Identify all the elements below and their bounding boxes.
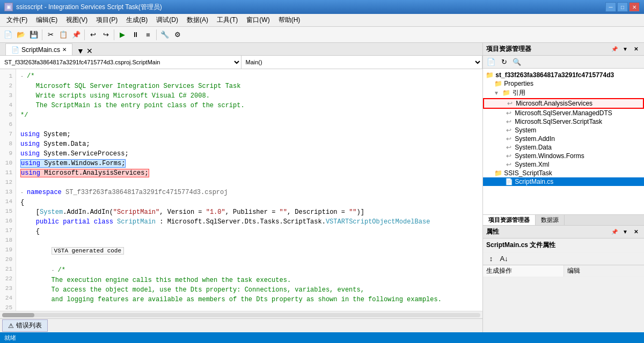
menu-bar: 文件(F) 编辑(E) 视图(V) 项目(P) 生成(B) 调试(D) 数据(A…: [0, 14, 644, 27]
se-tb1[interactable]: 📄: [485, 56, 497, 68]
props-row-build: 生成操作 编辑: [483, 265, 644, 277]
close-tab-button[interactable]: ✕: [86, 47, 93, 55]
title-bar: ▣ ssisscript - Integration Services Scri…: [0, 0, 644, 14]
tab-data-sources[interactable]: 数据源: [536, 215, 565, 225]
props-pin-button[interactable]: 📌: [610, 227, 619, 237]
tree-item-system[interactable]: ↩ System: [483, 126, 644, 135]
toolbar-run[interactable]: ▶: [116, 29, 128, 41]
toolbar-extra1[interactable]: 🔧: [159, 29, 171, 41]
editor-tab-scriptmain[interactable]: 📄 ScriptMain.cs ✕: [5, 43, 72, 55]
menu-tools[interactable]: 工具(T): [213, 14, 242, 26]
tree-label-properties: Properties: [504, 80, 533, 87]
horizontal-scrollbar[interactable]: [0, 311, 482, 318]
solution-explorer-title: 项目资源管理器: [486, 44, 531, 54]
se-tb2[interactable]: ↻: [498, 56, 510, 68]
toolbar-paste[interactable]: 📌: [70, 29, 82, 41]
toolbar-extra2[interactable]: ⚙: [172, 29, 184, 41]
toolbar-redo[interactable]: ↪: [100, 29, 112, 41]
panel-tab-bar: 项目资源管理器 数据源: [483, 214, 644, 225]
code-content[interactable]: -/* Microsoft SQL Server Integration Ser…: [16, 69, 482, 311]
ref-icon-analysis: ↩: [506, 100, 514, 107]
ref-icon-winforms: ↩: [504, 152, 513, 160]
tree-label-xml: System.Xml: [515, 161, 549, 168]
tree-item-analysis-services[interactable]: ↩ Microsoft.AnalysisServices: [483, 98, 644, 109]
tree-item-system-data[interactable]: ↩ System.Data: [483, 143, 644, 152]
window-controls[interactable]: ─ □ ✕: [605, 2, 640, 12]
panel-controls[interactable]: 📌 ▼ ✕: [610, 44, 641, 54]
properties-header: 属性 📌 ▼ ✕: [483, 226, 644, 238]
menu-project[interactable]: 项目(P): [92, 14, 122, 26]
toolbar-open[interactable]: 📂: [15, 29, 27, 41]
toolbar-pause[interactable]: ⏸: [129, 29, 141, 41]
tree-item-ssis-folder[interactable]: 📁 SSIS_ScriptTask: [483, 169, 644, 177]
tab-label: ScriptMain.cs: [21, 46, 60, 54]
maximize-button[interactable]: □: [617, 2, 628, 12]
editor-panel: 📄 ScriptMain.cs ✕ ▼ ✕ ST_f33f263fa386481…: [0, 43, 483, 332]
se-tb3[interactable]: 🔍: [511, 56, 523, 68]
tree-item-properties[interactable]: 📁 Properties: [483, 79, 644, 88]
main-toolbar: 📄 📂 💾 ✂ 📋 📌 ↩ ↪ ▶ ⏸ ■ 🔧 ⚙: [0, 27, 644, 43]
tree-root[interactable]: 📁 st_f33f263fa3864817a3291fc4715774d3: [483, 71, 644, 79]
props-filename: ScriptMain.cs 文件属性: [483, 238, 644, 252]
tree-item-refs[interactable]: ▼ 📁 引用: [483, 88, 644, 98]
toolbar-copy[interactable]: 📋: [57, 29, 69, 41]
code-editor[interactable]: 1234567891011121314151617181920212223242…: [0, 69, 482, 311]
ref-icon-system: ↩: [504, 126, 513, 134]
tree-item-scriptmain[interactable]: 📄 ScriptMain.cs: [483, 177, 644, 186]
tree-item-scripttask[interactable]: ↩ Microsoft.SqlServer.ScriptTask: [483, 117, 644, 126]
dropdown-button[interactable]: ▼: [620, 44, 630, 54]
props-alpha-btn[interactable]: A↓: [498, 253, 510, 265]
class-dropdown[interactable]: ST_f33f263fa3864817a3291fc4715774d3.cspr…: [0, 56, 241, 69]
tree-item-manageddts[interactable]: ↩ Microsoft.SqlServer.ManagedDTS: [483, 109, 644, 117]
menu-build[interactable]: 生成(B): [122, 14, 152, 26]
props-val-build[interactable]: 编辑: [564, 265, 645, 277]
warning-icon: ⚠: [8, 322, 14, 330]
status-text: 就绪: [4, 334, 16, 342]
cs-file-icon: 📄: [504, 178, 513, 185]
props-content: 生成操作 编辑: [483, 265, 644, 332]
tab-close-button[interactable]: ✕: [62, 47, 67, 53]
close-button[interactable]: ✕: [629, 2, 640, 12]
tab-solution-explorer[interactable]: 项目资源管理器: [483, 215, 536, 225]
menu-help[interactable]: 帮助(H): [274, 14, 305, 26]
menu-edit[interactable]: 编辑(E): [32, 14, 62, 26]
props-sort-btn[interactable]: ↕: [485, 253, 497, 265]
toolbar-sep2: [84, 29, 85, 40]
menu-window[interactable]: 窗口(W): [242, 14, 274, 26]
pin-tab-button[interactable]: ▼: [75, 47, 86, 55]
method-dropdown[interactable]: Main(): [241, 56, 483, 69]
minimize-button[interactable]: ─: [605, 2, 616, 12]
tree-label-addin: System.AddIn: [515, 135, 555, 143]
folder-icon: 📁: [494, 80, 502, 87]
tree-item-system-xml[interactable]: ↩ System.Xml: [483, 160, 644, 169]
app-icon: ▣: [4, 3, 13, 11]
pin-button[interactable]: 📌: [610, 44, 619, 54]
error-list-label: 错误列表: [16, 321, 42, 330]
menu-file[interactable]: 文件(F): [2, 14, 32, 26]
toolbar-cut[interactable]: ✂: [45, 29, 56, 41]
toolbar-save[interactable]: 💾: [28, 29, 40, 41]
menu-debug[interactable]: 调试(D): [152, 14, 182, 26]
status-bar: 就绪: [0, 332, 644, 343]
toolbar-new[interactable]: 📄: [2, 29, 14, 41]
menu-view[interactable]: 视图(V): [62, 14, 92, 26]
close-panel-button[interactable]: ✕: [631, 44, 641, 54]
editor-tab-bar: 📄 ScriptMain.cs ✕ ▼ ✕: [0, 43, 482, 56]
tree-item-system-addin[interactable]: ↩ System.AddIn: [483, 135, 644, 143]
tree-label-scripttask: Microsoft.SqlServer.ScriptTask: [515, 118, 602, 125]
tree-label-winforms: System.Windows.Forms: [515, 152, 584, 160]
solution-tree[interactable]: 📁 st_f33f263fa3864817a3291fc4715774d3 📁 …: [483, 69, 644, 214]
tree-item-system-winforms[interactable]: ↩ System.Windows.Forms: [483, 152, 644, 160]
h-scroll-thumb[interactable]: [2, 313, 34, 317]
menu-data[interactable]: 数据(A): [182, 14, 213, 26]
props-close-button[interactable]: ✕: [631, 227, 641, 237]
toolbar-undo[interactable]: ↩: [87, 29, 99, 41]
toolbar-stop[interactable]: ■: [142, 29, 154, 41]
tree-label-refs: 引用: [513, 89, 525, 96]
props-controls[interactable]: 📌 ▼ ✕: [610, 227, 641, 237]
ref-icon-xml: ↩: [504, 161, 513, 168]
h-scroll-track[interactable]: [2, 313, 480, 317]
props-dropdown-button[interactable]: ▼: [620, 227, 630, 237]
refs-expand-icon[interactable]: ▼: [494, 90, 500, 96]
error-list-tab[interactable]: ⚠ 错误列表: [2, 319, 48, 332]
